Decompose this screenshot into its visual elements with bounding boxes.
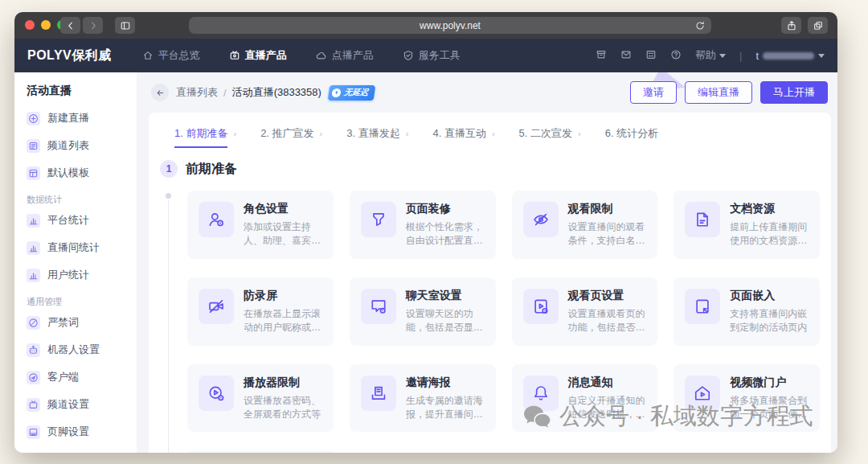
sidebar-item-channel-settings[interactable]: 频道设置 [27, 391, 137, 418]
feature-card-page-embed[interactable]: 页面嵌入支持将直播间内嵌到定制的活动页内 [674, 277, 820, 346]
embed-icon [685, 289, 720, 324]
tab-launch[interactable]: 3. 直播发起› [346, 126, 408, 148]
invite-button[interactable]: 邀请 [630, 81, 677, 104]
url-bar[interactable]: www.polyv.net [189, 17, 711, 34]
card-description: 支持将直播间内嵌到定制的活动页内 [730, 307, 809, 335]
card-title: 页面装修 [406, 202, 485, 216]
primary-nav: 平台总览直播产品点播产品服务工具 [142, 48, 489, 63]
card-description: 设置聊天区的功能，包括是否显示欢迎语、是否支持... [406, 307, 485, 335]
card-title: 观看限制 [568, 202, 647, 216]
sidebar-toggle-button[interactable] [115, 17, 135, 34]
sidebar-item-platform-stats[interactable]: 平台统计 [27, 207, 137, 234]
nav-item-platform-overview[interactable]: 平台总览 [142, 48, 200, 63]
sidebar-item-banned-words[interactable]: 严禁词 [27, 309, 137, 336]
card-description: 设置播放器密码、全屏观看的方式等 [244, 394, 322, 422]
browser-back-button[interactable] [60, 17, 80, 34]
feature-card-watch-restriction[interactable]: 观看限制设置直播间的观看条件，支持白名单、报名观看、验... [512, 191, 658, 259]
section-number-badge: 1 [160, 160, 178, 178]
reload-icon[interactable] [694, 20, 706, 31]
chevron-left-icon [65, 20, 76, 31]
card-title: 防录屏 [244, 289, 322, 303]
feature-card-video-portal[interactable]: 视频微门户将多场直播聚合到同一个页面，便于活动前期的宣发... [674, 364, 820, 433]
tv-icon [27, 398, 40, 412]
timeline-line [168, 200, 169, 453]
username-redacted [763, 52, 814, 60]
tab-prep[interactable]: 1. 前期准备› [174, 126, 236, 148]
poster-icon [361, 376, 396, 411]
timeline-dot [166, 193, 171, 199]
arrow-left-icon [155, 88, 166, 98]
feature-card-chatroom-settings[interactable]: 聊天室设置设置聊天区的功能，包括是否显示欢迎语、是否支持... [350, 277, 496, 346]
breadcrumb-parent[interactable]: 直播列表 [176, 85, 218, 100]
divider: | [739, 50, 742, 62]
feature-card-watch-page-settings[interactable]: 观看页设置设置直播观看页的功能，包括是否允许移动端观看等 [512, 277, 658, 346]
tab-stats-analysis[interactable]: 6. 统计分析 [605, 126, 658, 148]
eye-off-icon [523, 202, 559, 237]
chevron-right-icon: › [233, 129, 236, 138]
card-title: 视频微门户 [730, 376, 809, 390]
sidebar-item-channel-list[interactable]: 频道列表 [27, 132, 137, 159]
feature-card-role-settings[interactable]: 角色设置添加或设置主持人、助理、嘉宾的信息。以及新增助... [187, 191, 334, 259]
ban-icon [27, 316, 40, 330]
sidebar-title: 活动直播 [27, 84, 137, 98]
tab-interaction[interactable]: 4. 直播互动› [432, 126, 494, 148]
mail-icon-button[interactable] [620, 49, 632, 63]
main-content: 直播列表 / 活动直播(3833358) 无延迟 邀请编辑直播马上开播 1. 前… [137, 72, 837, 453]
nav-item-live-products[interactable]: 直播产品 [229, 48, 287, 63]
card-description: 自定义开播通知的短信发送时机，观众预约直播后，... [568, 394, 647, 422]
sidebar-item-robot-settings[interactable]: 机器人设置 [27, 336, 137, 363]
content-header: 直播列表 / 活动直播(3833358) 无延迟 邀请编辑直播马上开播 [137, 72, 837, 113]
nav-item-vod-products[interactable]: 点播产品 [316, 48, 374, 63]
sidebar-item-client[interactable]: 客户端 [27, 363, 137, 391]
mail-icon [620, 49, 632, 60]
sidebar-item-default-template[interactable]: 默认模板 [27, 159, 137, 187]
sidebar-item-footer-settings[interactable]: 页脚设置 [27, 418, 137, 446]
chevron-down-icon [719, 54, 726, 58]
share-button[interactable] [781, 17, 801, 34]
feature-card-message-notification[interactable]: 消息通知自定义开播通知的短信发送时机，观众预约直播后，... [512, 364, 658, 433]
help-menu[interactable]: 帮助 [695, 48, 726, 63]
portal-icon [685, 376, 720, 411]
section-heading: 1 前期准备 [160, 160, 831, 178]
card-description: 根据个性化需求，自由设计配置直播间元素。支持自... [406, 220, 485, 248]
traffic-minimize-button[interactable] [41, 20, 51, 30]
tab-promotion[interactable]: 2. 推广宣发› [260, 126, 322, 148]
account-menu[interactable]: t [755, 50, 825, 62]
tab-overview-button[interactable] [808, 17, 828, 34]
bolt-icon [331, 88, 342, 96]
navbar-right: 帮助 | t [596, 48, 825, 63]
home-icon [142, 50, 154, 61]
feature-card-anti-screen-record[interactable]: 防录屏在播放器上显示滚动的用户昵称或固定文字，达到防... [187, 277, 334, 346]
tab-re-promotion[interactable]: 5. 二次宣发› [519, 126, 581, 148]
card-title: 文档资源 [730, 202, 809, 216]
card-description: 添加或设置主持人、助理、嘉宾的信息。以及新增助... [244, 220, 322, 248]
cards-area: 角色设置添加或设置主持人、助理、嘉宾的信息。以及新增助... 页面装修根据个性化… [149, 191, 831, 453]
console-icon-button[interactable] [645, 49, 657, 63]
card-title: 播放器限制 [244, 376, 322, 390]
template-icon [27, 166, 40, 180]
bell-icon [523, 376, 559, 411]
feature-card-document-resources[interactable]: 文档资源提前上传直播期间使用的文档资源，减少直播中的失... [674, 191, 820, 259]
plus-circle-icon [27, 112, 40, 125]
sidebar-item-new-live[interactable]: 新建直播 [27, 105, 137, 132]
archive-icon-button[interactable] [596, 49, 607, 63]
start-live-button[interactable]: 马上开播 [760, 81, 828, 104]
sidebar-item-user-stats[interactable]: 用户统计 [27, 261, 137, 289]
breadcrumb-separator: / [223, 87, 227, 99]
traffic-close-button[interactable] [25, 20, 35, 30]
chevron-right-icon: › [492, 129, 495, 138]
feature-card-wechat-official[interactable]: 公众号适用于直播间引流至公众号或客服，沉淀用户至私域.. [187, 450, 334, 453]
back-button[interactable] [151, 84, 169, 101]
question-icon-button[interactable] [670, 49, 682, 63]
nav-item-service-tools[interactable]: 服务工具 [403, 48, 461, 63]
card-title: 消息通知 [568, 376, 647, 390]
card-description: 设置直播间的观看条件，支持白名单、报名观看、验... [568, 220, 647, 248]
feature-card-invite-poster[interactable]: 邀请海报生成专属的邀请海报，提升直播间分享裂变的效果 [350, 364, 496, 433]
edit-live-button[interactable]: 编辑直播 [685, 81, 752, 104]
card-title: 页面嵌入 [730, 289, 809, 303]
browser-forward-button[interactable] [83, 17, 103, 34]
sidebar-item-room-stats[interactable]: 直播间统计 [27, 234, 137, 261]
feature-card-player-restriction[interactable]: 播放器限制设置播放器密码、全屏观看的方式等 [187, 364, 334, 433]
feature-card-page-decoration[interactable]: 页面装修根据个性化需求，自由设计配置直播间元素。支持自... [350, 191, 496, 259]
polyv-logo[interactable]: POLYV保利威 [27, 47, 112, 64]
